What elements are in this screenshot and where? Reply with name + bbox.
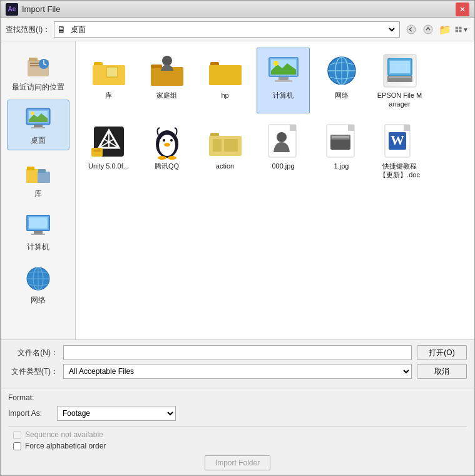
svg-rect-76	[290, 125, 296, 131]
filename-label: 文件名(N)：	[8, 348, 58, 358]
network-label-file: 网络	[335, 91, 349, 100]
sidebar-item-library[interactable]: 库	[7, 153, 69, 204]
svg-point-68	[164, 143, 170, 147]
ku-icon	[90, 52, 128, 90]
epson-icon	[381, 52, 419, 90]
svg-rect-74	[224, 139, 238, 152]
title-bar-left: Ae Import File	[6, 3, 60, 16]
import-file-dialog: Ae Import File ✕ 查找范围(I)： 🖥 桌面 📁	[0, 0, 475, 476]
close-button[interactable]: ✕	[456, 3, 469, 16]
sequence-checkbox-row: Sequence not available	[8, 430, 467, 439]
location-select[interactable]: 桌面	[68, 24, 397, 34]
file-item-action[interactable]: action	[198, 118, 252, 184]
view-icon	[455, 24, 462, 34]
file-item-qq[interactable]: 腾讯QQ	[140, 118, 193, 184]
sequence-label: Sequence not available	[25, 430, 103, 439]
jiatingzu-label: 家庭组	[156, 91, 177, 100]
toolbar: 查找范围(I)： 🖥 桌面 📁 ▼	[1, 18, 474, 41]
location-label: 查找范围(I)：	[6, 24, 50, 35]
window-title: Import File	[22, 4, 60, 14]
cancel-button[interactable]: 取消	[417, 364, 467, 379]
library-icon	[23, 157, 53, 187]
sidebar-item-computer[interactable]: 计算机	[7, 206, 69, 257]
file-item-computer[interactable]: 计算机	[257, 48, 310, 113]
file-item-hp[interactable]: hp	[198, 48, 252, 113]
svg-rect-33	[106, 67, 118, 77]
svg-rect-3	[459, 27, 461, 29]
svg-rect-19	[27, 167, 34, 170]
main-content: 最近访问的位置 桌面	[1, 41, 474, 339]
1jpg-label: 1.jpg	[334, 162, 349, 170]
file-item-jiatingzu[interactable]: 家庭组	[140, 48, 193, 113]
svg-rect-39	[209, 65, 242, 85]
force-order-checkbox[interactable]	[13, 442, 21, 450]
svg-rect-82	[332, 136, 349, 138]
000jpg-icon	[265, 123, 302, 160]
svg-point-77	[277, 132, 287, 142]
file-item-ku[interactable]: 库	[82, 48, 135, 113]
import-as-label: Import As:	[8, 409, 52, 418]
action-label: action	[216, 162, 234, 170]
file-item-1jpg[interactable]: 1.jpg	[315, 118, 368, 184]
ae-app-icon: Ae	[6, 3, 18, 16]
svg-point-70	[168, 156, 176, 160]
desktop-label: 桌面	[31, 135, 46, 146]
nav-icons: 📁 ▼	[404, 22, 469, 37]
computer-label: 计算机	[27, 242, 49, 252]
network-label: 网络	[31, 295, 46, 306]
svg-point-67	[170, 139, 173, 142]
qq-icon	[148, 123, 186, 160]
sidebar-item-desktop[interactable]: 桌面	[7, 100, 69, 150]
format-label: Format:	[8, 393, 467, 402]
filetype-select[interactable]: All Acceptable Files	[63, 364, 412, 379]
title-bar: Ae Import File ✕	[1, 1, 474, 18]
open-button[interactable]: 打开(O)	[417, 345, 467, 360]
nav-up-button[interactable]	[421, 22, 436, 37]
nav-back-button[interactable]	[404, 22, 419, 37]
file-item-000jpg[interactable]: 000.jpg	[257, 118, 310, 184]
svg-rect-36	[151, 65, 162, 68]
epson-label: EPSON File Manager	[376, 91, 423, 109]
import-folder-button[interactable]: Import Folder	[205, 455, 270, 470]
import-as-select[interactable]: FootageCompositionComposition - Retain L…	[57, 406, 176, 421]
up-arrow-icon	[423, 24, 433, 34]
recent-icon	[23, 51, 53, 81]
sequence-checkbox[interactable]	[13, 431, 21, 439]
sidebar: 最近访问的位置 桌面	[1, 41, 76, 339]
file-item-epson[interactable]: EPSON File Manager	[373, 48, 426, 113]
filename-input[interactable]	[63, 345, 412, 360]
svg-point-66	[163, 139, 165, 142]
000jpg-label: 000.jpg	[272, 162, 294, 170]
desktop-icon	[23, 104, 53, 134]
sidebar-item-recent[interactable]: 最近访问的位置	[7, 46, 69, 97]
action-icon	[207, 123, 244, 160]
sidebar-item-network[interactable]: 网络	[7, 259, 69, 310]
nav-view-button[interactable]: ▼	[454, 22, 469, 37]
file-item-quickkey[interactable]: W 快捷键教程【更新】.doc	[373, 118, 426, 184]
svg-rect-2	[456, 27, 458, 29]
svg-rect-44	[278, 77, 289, 80]
svg-rect-5	[459, 30, 461, 33]
library-label: 库	[34, 189, 42, 199]
svg-rect-21	[38, 169, 46, 173]
jiatingzu-icon	[148, 52, 186, 90]
svg-point-1	[424, 25, 432, 34]
recent-label: 最近访问的位置	[12, 82, 64, 93]
svg-rect-73	[213, 139, 222, 152]
computer-sidebar-icon	[23, 210, 53, 241]
nav-folder-button[interactable]: 📁	[437, 22, 452, 37]
file-item-network[interactable]: 网络	[315, 48, 368, 113]
svg-rect-20	[38, 172, 50, 183]
hp-label: hp	[221, 91, 228, 100]
svg-rect-53	[390, 61, 410, 73]
svg-rect-24	[29, 217, 48, 229]
svg-rect-4	[456, 30, 458, 33]
computer-icon	[265, 52, 302, 90]
ku-label: 库	[105, 91, 112, 100]
import-folder-wrap: Import Folder	[8, 455, 467, 470]
svg-point-17	[31, 111, 34, 115]
svg-point-69	[158, 156, 166, 160]
file-item-unity[interactable]: Unity 5.0.0f...	[82, 118, 135, 184]
file-area[interactable]: 库 家庭组	[76, 41, 474, 339]
import-as-row: Import As: FootageCompositionComposition…	[8, 406, 467, 421]
